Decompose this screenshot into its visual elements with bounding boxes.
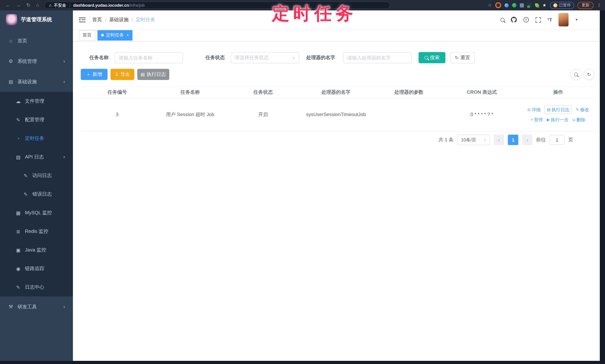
sidebar-fold-icon[interactable] <box>79 17 86 22</box>
col-task-name: 任务名称 <box>154 89 227 96</box>
sidebar-item-home[interactable]: ⌂ 首页 <box>0 30 73 51</box>
sidebar-item-api-log[interactable]: ▧ API 日志 ∧ <box>0 148 73 166</box>
avatar[interactable] <box>558 13 568 26</box>
jobs-table: 任务编号 任务名称 任务状态 处理器的名字 处理器的参数 CRON 表达式 操作… <box>81 86 598 131</box>
prev-page-button[interactable]: ‹ <box>494 135 504 145</box>
plus-icon: ＋ <box>86 72 91 77</box>
sidebar-item-dev-tools[interactable]: ⚒ 研发工具 ∨ <box>0 297 73 317</box>
chevron-down-icon: ∨ <box>63 59 66 63</box>
handler-name-input[interactable] <box>343 52 411 63</box>
pause-link[interactable]: × 暂停 <box>531 116 543 123</box>
sidebar-item-config-management[interactable]: ✎ 配置管理 <box>0 110 73 129</box>
pagination: 共 1 条 10条/页 ∨ ‹ 1 › 前往 页 <box>73 135 573 145</box>
handler-name-label: 处理器的名字 <box>306 52 335 63</box>
breadcrumb-infrastructure[interactable]: 基础设施 <box>109 16 129 23</box>
help-icon[interactable]: ? <box>523 17 529 23</box>
home-icon[interactable]: ⌂ <box>36 0 39 10</box>
window-right-edge <box>600 10 605 364</box>
divider <box>69 3 70 7</box>
page-1-button[interactable]: 1 <box>508 135 518 145</box>
col-handler-name: 处理器的名字 <box>300 89 372 96</box>
exec-log-button[interactable]: ▤ 执行日志 <box>137 69 169 80</box>
forward-icon[interactable]: → <box>16 0 21 10</box>
reload-icon[interactable]: ↻ <box>26 0 30 10</box>
task-status-select[interactable]: 请选择任务状态 ∨ <box>231 52 299 63</box>
browser-toolbar-right: ☆ ✓ ★ 已暂停 更新 ⋮ <box>488 2 605 9</box>
search-icon <box>424 56 428 60</box>
github-icon[interactable] <box>511 17 517 23</box>
search-button[interactable]: 搜索 <box>419 52 445 63</box>
extension-green-check-icon[interactable]: ✓ <box>512 3 516 7</box>
pencil-icon: ✎ <box>576 108 579 111</box>
toolbox-icon: ⚒ <box>7 304 14 310</box>
reset-button[interactable]: ↻ 重置 <box>450 52 475 63</box>
sidebar-item-mysql-monitor[interactable]: ▦ MySQL 监控 <box>0 204 73 222</box>
sidebar-item-error-log[interactable]: ✎ 错误日志 <box>0 185 73 204</box>
extension-blue-drop-icon[interactable] <box>504 3 508 7</box>
main-content: 任务名称 任务状态 请选择任务状态 ∨ 处理器的名字 搜索 ↻ 重置 ＋ 新增 … <box>73 42 600 361</box>
sidebar-item-infrastructure[interactable]: ▤ 基础设施 ∧ <box>0 71 73 92</box>
sidebar-item-access-log[interactable]: ✎ 访问日志 <box>0 166 73 185</box>
sidebar-item-redis-monitor[interactable]: ≣ Redis 监控 <box>0 222 73 241</box>
edit-icon: ✎ <box>22 191 29 197</box>
refresh-table-button[interactable]: ↻ <box>583 69 595 80</box>
sidebar: 芋道管理系统 ⌂ 首页 ⚙ 系统管理 ∨ ▤ 基础设施 ∧ ☁ 文件管理 <box>0 10 73 361</box>
toggle-search-button[interactable] <box>570 69 581 80</box>
sidebar-submenu-infrastructure: ☁ 文件管理 ✎ 配置管理 ◔ 定时任务 ▧ API 日志 ∧ ✎ <box>0 92 73 297</box>
search-icon[interactable] <box>500 18 505 22</box>
edit-icon: ✎ <box>15 117 22 123</box>
close-icon[interactable]: × <box>127 33 129 37</box>
chevron-up-icon: ∧ <box>63 80 66 83</box>
search-icon <box>574 73 578 76</box>
fullscreen-icon[interactable] <box>535 17 541 23</box>
sidebar-item-trace[interactable]: ◉ 链路追踪 <box>0 259 73 278</box>
app-title: 芋道管理系统 <box>21 16 52 23</box>
sidebar-item-scheduled-tasks[interactable]: ◔ 定时任务 <box>0 129 73 148</box>
caret-down-icon[interactable]: ▼ <box>575 18 578 22</box>
sidebar-item-log-center[interactable]: ✎ 日志中心 <box>0 278 73 297</box>
trash-icon: ⊔ <box>572 118 575 121</box>
chevron-up-icon: ∧ <box>63 155 66 159</box>
edit-icon: ✎ <box>22 173 29 178</box>
back-icon[interactable]: ← <box>6 0 10 10</box>
goto-page-input[interactable] <box>550 135 565 145</box>
breadcrumb-home[interactable]: 首页 <box>92 16 102 23</box>
task-name-label: 任务名称 <box>89 52 109 63</box>
sidebar-item-java-monitor[interactable]: ▣ Java 监控 <box>0 241 73 259</box>
bookmark-star-icon[interactable]: ☆ <box>488 3 492 8</box>
warning-icon: ⚠ <box>49 3 52 7</box>
extension-paused-pill[interactable]: 已暂停 <box>550 2 574 9</box>
font-size-icon[interactable]: TT <box>547 17 552 22</box>
address-bar[interactable]: ⚠ 不安全 dashboard.yudao.iocoder.cn /infra/… <box>44 1 390 9</box>
browser-chrome: ← → ↻ ⌂ ⚠ 不安全 dashboard.yudao.iocoder.cn… <box>0 0 605 10</box>
sidebar-item-system[interactable]: ⚙ 系统管理 ∨ <box>0 51 73 71</box>
download-icon: ↧ <box>115 72 118 77</box>
add-button[interactable]: ＋ 新增 <box>81 69 107 80</box>
browser-menu-icon[interactable]: ⋮ <box>597 3 601 7</box>
database-icon: ▦ <box>15 210 22 216</box>
page-size-select[interactable]: 10条/页 ∨ <box>457 135 490 145</box>
sidebar-item-file-management[interactable]: ☁ 文件管理 <box>0 92 73 110</box>
task-name-input[interactable] <box>115 52 183 63</box>
api-log-icon: ▧ <box>15 154 22 160</box>
detail-link[interactable]: ◎ 详细 <box>527 106 540 113</box>
url-path: /infra/job <box>129 3 145 7</box>
run-once-link[interactable]: ▶ 执行一次 <box>547 116 568 123</box>
extension-puzzle-icon[interactable] <box>520 3 524 7</box>
delete-link[interactable]: ⊔ 删除 <box>572 116 585 123</box>
edit-icon: ✎ <box>15 284 22 290</box>
row-exec-log-link[interactable]: ▤ 执行日志 <box>544 105 572 114</box>
tag-home[interactable]: 首页 <box>79 30 95 40</box>
tag-scheduled-tasks[interactable]: 定时任务 × <box>97 30 133 40</box>
browser-update-button[interactable]: 更新 <box>578 2 593 9</box>
extension-orange-ring-icon[interactable] <box>495 2 501 8</box>
extension-leaf-icon[interactable] <box>535 3 539 7</box>
extension-star-icon[interactable]: ★ <box>542 3 546 8</box>
next-page-button[interactable]: › <box>522 135 532 145</box>
extension-on-badge-icon[interactable] <box>527 3 531 7</box>
col-actions: 操作 <box>518 89 598 96</box>
export-button[interactable]: ↧ 导出 <box>110 69 134 80</box>
edit-link[interactable]: ✎ 修改 <box>576 106 589 113</box>
layers-icon: ≣ <box>15 229 22 234</box>
col-task-id: 任务编号 <box>81 89 154 96</box>
